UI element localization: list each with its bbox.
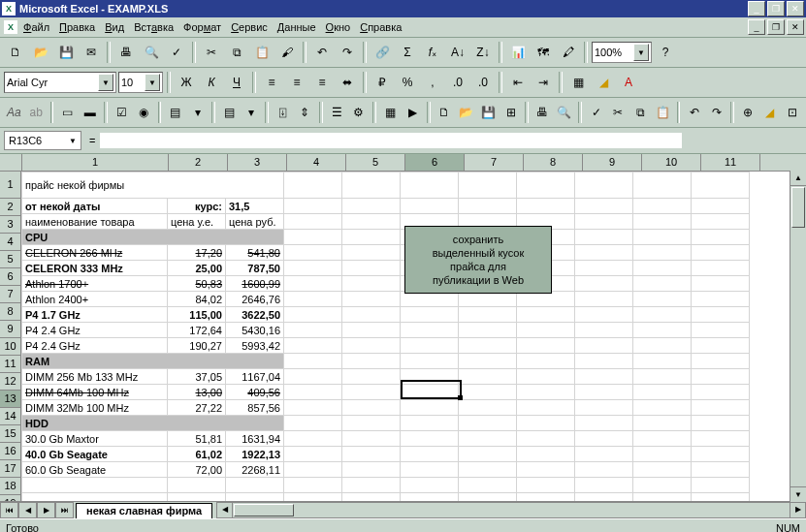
radio-button[interactable]: ◉ (134, 101, 154, 124)
cell-r15c7[interactable] (459, 400, 517, 416)
row-header-8[interactable]: 8 (0, 303, 21, 321)
align-left-button[interactable]: ≡ (260, 71, 283, 94)
cell-r11c1[interactable]: P4 2.4 GHz (22, 338, 168, 354)
cell-r21c1[interactable] (22, 493, 168, 502)
cell-r2c4[interactable] (284, 199, 342, 214)
cell-r7c11[interactable] (692, 276, 750, 292)
cell-r19c10[interactable] (633, 462, 692, 478)
cell-r13c2[interactable]: 37,05 (168, 369, 226, 385)
tb-open[interactable]: 📂 (456, 101, 476, 124)
cell-r6c4[interactable] (284, 261, 342, 276)
cell-r18c5[interactable] (342, 447, 401, 462)
cell-r9c5[interactable] (342, 307, 401, 323)
format-painter-button[interactable]: 🖌 (275, 41, 299, 64)
cell-r1c5[interactable] (459, 172, 517, 199)
cell-r13c6[interactable] (401, 369, 459, 385)
cell-r8c5[interactable] (342, 292, 401, 307)
cell-r19c7[interactable] (459, 462, 517, 478)
tb-bg[interactable]: ◢ (760, 101, 781, 124)
cell-r9c8[interactable] (517, 307, 575, 323)
font-name-combo[interactable]: Arial Cyr▼ (4, 72, 116, 93)
row-header-15[interactable]: 15 (0, 425, 21, 443)
help-button[interactable]: ? (654, 41, 677, 64)
cell-r8c3[interactable]: 2646,76 (226, 292, 284, 307)
cell-r15c9[interactable] (575, 400, 633, 416)
underline-button[interactable]: Ч (225, 71, 248, 94)
callout-note[interactable]: сохранитьвыделенный кусокпрайса дляпубли… (404, 226, 552, 294)
cell-r10c8[interactable] (517, 323, 575, 338)
cell-r6c1[interactable]: CELERON 333 MHz (22, 261, 168, 276)
restore-button[interactable]: ❐ (767, 1, 785, 16)
cell-r10c10[interactable] (633, 323, 692, 338)
menu-data[interactable]: Данные (277, 21, 316, 33)
col-header-9[interactable]: 9 (583, 154, 642, 171)
cell-r7c2[interactable]: 50,83 (168, 276, 226, 292)
cell-r2c5[interactable] (342, 199, 401, 214)
cell-r11c4[interactable] (284, 338, 342, 354)
cell-r12c7[interactable] (575, 354, 633, 369)
cell-r21c3[interactable] (226, 493, 284, 502)
cut-button[interactable]: ✂ (200, 41, 223, 64)
properties-button[interactable]: ☰ (327, 101, 347, 124)
col-header-11[interactable]: 11 (701, 154, 760, 171)
col-header-5[interactable]: 5 (346, 154, 405, 171)
doc-minimize-button[interactable]: _ (748, 19, 765, 35)
cell-r12c3[interactable] (342, 354, 401, 369)
increase-decimal-button[interactable]: .0 (446, 71, 469, 94)
cell-r13c7[interactable] (459, 369, 517, 385)
cell-r21c8[interactable] (517, 493, 575, 502)
italic-button[interactable]: К (200, 71, 223, 94)
cell-r2c7[interactable] (459, 199, 517, 214)
cell-r1c4[interactable] (401, 172, 459, 199)
col-header-4[interactable]: 4 (287, 154, 346, 171)
run-button[interactable]: ▶ (403, 101, 423, 124)
cell-r3c10[interactable] (633, 214, 692, 230)
cell-r13c1[interactable]: DIMM 256 Mb 133 MHz (22, 369, 168, 385)
cell-r19c4[interactable] (284, 462, 342, 478)
cell-r19c11[interactable] (692, 462, 750, 478)
cell-r3c4[interactable] (284, 214, 342, 230)
cell-r11c11[interactable] (692, 338, 750, 354)
cell-r9c2[interactable]: 115,00 (168, 307, 226, 323)
cell-r14c2[interactable]: 13,00 (168, 385, 226, 400)
cell-r3c3[interactable]: цена руб. (226, 214, 284, 230)
cell-r3c5[interactable] (342, 214, 401, 230)
row-header-7[interactable]: 7 (0, 286, 21, 303)
undo-button[interactable]: ↶ (310, 41, 334, 64)
cell-r19c8[interactable] (517, 462, 575, 478)
cell-r10c1[interactable]: P4 2.4 GHz (22, 323, 168, 338)
cell-r2c3[interactable]: 31,5 (226, 199, 284, 214)
cell-r13c3[interactable]: 1167,04 (226, 369, 284, 385)
decrease-decimal-button[interactable]: .0 (471, 71, 495, 94)
cell-r9c4[interactable] (284, 307, 342, 323)
cell-r14c7[interactable] (459, 385, 517, 400)
cell-r8c9[interactable] (575, 292, 633, 307)
cell-r20c6[interactable] (401, 478, 459, 493)
print-button[interactable]: 🖶 (114, 41, 138, 64)
font-color-button[interactable]: A (617, 71, 640, 94)
cell-r2c9[interactable] (575, 199, 633, 214)
cell-r21c7[interactable] (459, 493, 517, 502)
increase-indent-button[interactable]: ⇥ (532, 71, 555, 94)
cell-r1c9[interactable] (692, 172, 750, 199)
row-header-3[interactable]: 3 (0, 216, 21, 234)
cell-r8c11[interactable] (692, 292, 750, 307)
cell-r2c8[interactable] (517, 199, 575, 214)
cell-r11c8[interactable] (517, 338, 575, 354)
cell-r17c1[interactable]: 30.0 Gb Maxtor (22, 431, 168, 447)
cell-r4c7[interactable] (575, 230, 633, 245)
new-button[interactable]: 🗋 (4, 41, 27, 64)
sheet-tab[interactable]: некая славная фирма (76, 503, 212, 518)
cell-r12c5[interactable] (459, 354, 517, 369)
cell-r20c4[interactable] (284, 478, 342, 493)
cell-r16c5[interactable] (459, 416, 517, 431)
cell-r13c9[interactable] (575, 369, 633, 385)
cell-r19c2[interactable]: 72,00 (168, 462, 226, 478)
cell-r9c10[interactable] (633, 307, 692, 323)
cell-r13c8[interactable] (517, 369, 575, 385)
cell-r20c1[interactable] (22, 478, 168, 493)
cell-r19c5[interactable] (342, 462, 401, 478)
hyperlink-button[interactable]: 🔗 (371, 41, 394, 64)
tb-group[interactable]: ⊡ (782, 101, 802, 124)
cell-r21c5[interactable] (342, 493, 401, 502)
